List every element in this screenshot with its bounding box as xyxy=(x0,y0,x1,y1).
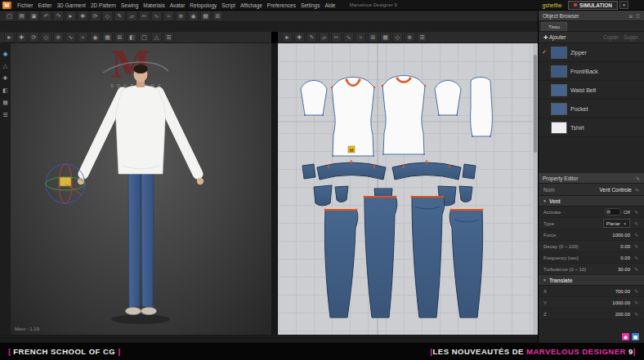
menu-2d-pattern[interactable]: 2D Pattern xyxy=(88,2,119,8)
grid-icon[interactable]: ⊞ xyxy=(212,11,223,21)
select-tool-icon[interactable]: ► xyxy=(4,32,15,42)
segment-sewing-icon[interactable]: ∿ xyxy=(151,11,162,21)
fabric-item-zipper[interactable]: ✓Zipper xyxy=(539,43,644,62)
scale-icon[interactable]: ◇ xyxy=(102,11,113,21)
redo-icon[interactable]: ↷ xyxy=(53,11,64,21)
edit-value-icon[interactable]: ✎ xyxy=(633,311,639,317)
fabric-swatch[interactable] xyxy=(551,103,567,115)
edit-value-icon[interactable]: ✎ xyxy=(633,243,639,249)
fabric-swatch[interactable] xyxy=(551,47,567,59)
edit-value-icon[interactable]: ✎ xyxy=(633,300,639,305)
fabric-icon[interactable]: ▦ xyxy=(102,32,113,42)
move-tool-icon[interactable]: ✚ xyxy=(16,32,27,42)
pattern-sleeve-right[interactable] xyxy=(435,81,461,116)
edit-value-icon[interactable]: ✎ xyxy=(633,288,639,294)
list-icon[interactable]: ☰ xyxy=(417,32,427,42)
menu-script[interactable]: Script xyxy=(219,2,238,8)
pattern-front-bodice[interactable] xyxy=(332,78,374,157)
texture-2d-icon[interactable]: ▦ xyxy=(380,32,391,42)
undo-icon[interactable]: ↶ xyxy=(41,11,51,21)
rotate-icon[interactable]: ⟳ xyxy=(90,11,101,21)
rotate-view-icon[interactable]: ⟳ xyxy=(29,32,39,42)
toggle-switch[interactable] xyxy=(605,208,621,216)
fabric-item-tshirt[interactable]: Tshirt xyxy=(539,118,644,137)
checked-icon[interactable]: ✓ xyxy=(542,49,548,56)
pattern-sleeve-left[interactable] xyxy=(301,81,327,116)
menu-preferences[interactable]: Preferences xyxy=(265,2,298,8)
avatar-mode-icon[interactable]: ◉ xyxy=(2,50,10,58)
add-item-icon[interactable]: ✚ xyxy=(2,74,10,82)
menu-fichier[interactable]: Fichier xyxy=(15,2,36,8)
frame-icon[interactable]: ▢ xyxy=(139,32,150,42)
edit-value-icon[interactable]: ✎ xyxy=(633,209,639,215)
fabric-view-icon[interactable]: ▦ xyxy=(2,99,10,107)
value-decay-0-100[interactable]: 0.00 xyxy=(620,244,630,249)
menu-strip-icon[interactable]: ☰ xyxy=(2,111,10,119)
texture-icon[interactable]: ▦ xyxy=(200,11,211,21)
free-sewing-icon[interactable]: ≈ xyxy=(163,11,174,21)
viewport-2d-pattern[interactable]: M xyxy=(278,43,538,335)
avatar-show-icon[interactable]: △ xyxy=(151,32,162,42)
copy-fabric-button[interactable]: Copier xyxy=(603,34,619,40)
section-header-translate[interactable]: ▼Translate xyxy=(539,275,644,286)
pattern-jean-back-left[interactable] xyxy=(412,197,445,318)
value-z[interactable]: 200.00 xyxy=(615,312,630,317)
value-y[interactable]: 1000.00 xyxy=(612,300,630,305)
pin-icon[interactable]: ⊕ xyxy=(176,11,186,21)
target-icon[interactable]: ◉ xyxy=(188,11,199,21)
edit-curve-icon[interactable]: ✎ xyxy=(306,32,317,42)
fabric-item-waist-belt[interactable]: Waist Belt xyxy=(539,81,644,100)
collapse-icon[interactable]: ▼ xyxy=(543,278,547,282)
pattern-waistband-tab-right[interactable] xyxy=(463,164,476,179)
pattern-waistband-back[interactable] xyxy=(392,162,461,180)
free-sew-icon[interactable]: ≈ xyxy=(78,32,88,42)
pose-icon[interactable]: △ xyxy=(2,62,10,70)
layers-icon[interactable]: ☰ xyxy=(163,32,174,42)
pattern-side-panel[interactable] xyxy=(471,78,493,137)
menu-aide[interactable]: Aide xyxy=(322,2,338,8)
seam-icon[interactable]: ∿ xyxy=(343,32,354,42)
menu-retopology[interactable]: Retopology xyxy=(187,2,219,8)
add-fabric-button[interactable]: ✚ Ajouter xyxy=(543,34,566,41)
trace-icon[interactable]: ✂ xyxy=(331,32,342,42)
pattern-pocket-2[interactable] xyxy=(335,186,348,202)
grid-toggle-icon[interactable]: ⊞ xyxy=(114,32,125,42)
rename-icon[interactable]: ✎ xyxy=(635,187,639,193)
edit-pattern-icon[interactable]: ✚ xyxy=(294,32,305,42)
value-frequency-sec[interactable]: 0.00 xyxy=(620,256,630,260)
collapse-icon[interactable]: ▼ xyxy=(543,198,547,203)
delete-fabric-button[interactable]: Suppr. xyxy=(624,34,639,40)
scale-tool-icon[interactable]: ◇ xyxy=(41,32,51,42)
pattern-back-bodice[interactable] xyxy=(382,76,425,155)
tab-fabric[interactable]: Tissu xyxy=(541,22,567,31)
dock-icon[interactable]: ⊞ xyxy=(629,13,633,19)
pen-icon[interactable]: ✎ xyxy=(114,11,125,21)
menu-sewing[interactable]: Sewing xyxy=(119,2,141,8)
edit-value-icon[interactable]: ✎ xyxy=(633,220,639,226)
sewing-tool-icon[interactable]: ∿ xyxy=(65,32,76,42)
pattern-pocket-1[interactable] xyxy=(314,185,332,206)
save-icon[interactable]: ▣ xyxy=(29,11,39,21)
pattern-jean-front-right[interactable] xyxy=(364,197,397,318)
transform-icon[interactable]: ► xyxy=(282,32,293,42)
brand-magenta-icon[interactable]: ◆ xyxy=(622,333,629,340)
fabric-badge[interactable]: M xyxy=(348,146,355,153)
open-icon[interactable]: ▤ xyxy=(16,11,27,21)
toggle-activate[interactable]: Off xyxy=(605,208,630,216)
panel-menu-icon[interactable]: ☰ xyxy=(636,13,640,19)
pattern-waistband-tab-left[interactable] xyxy=(302,164,315,179)
scale-2d-icon[interactable]: ◇ xyxy=(392,32,403,42)
simulation-dropdown-caret[interactable]: ▼ xyxy=(619,1,628,9)
fabric-item-pocket[interactable]: Pocket xyxy=(539,100,644,118)
pattern-waistband-front[interactable] xyxy=(317,162,386,180)
grid-2d-icon[interactable]: ⊞ xyxy=(368,32,378,42)
value-x[interactable]: 700.00 xyxy=(615,289,630,294)
fabric-swatch[interactable] xyxy=(551,122,567,134)
gizmo-handle-box[interactable] xyxy=(60,177,71,186)
name-value[interactable]: Vent Controle xyxy=(600,187,632,193)
polygon-icon[interactable]: ▱ xyxy=(127,11,137,21)
edit-value-icon[interactable]: ✎ xyxy=(633,255,639,260)
edit-value-icon[interactable]: ✎ xyxy=(633,266,639,272)
scrollbar-thumb[interactable] xyxy=(534,55,537,153)
fabric-swatch[interactable] xyxy=(551,84,567,96)
